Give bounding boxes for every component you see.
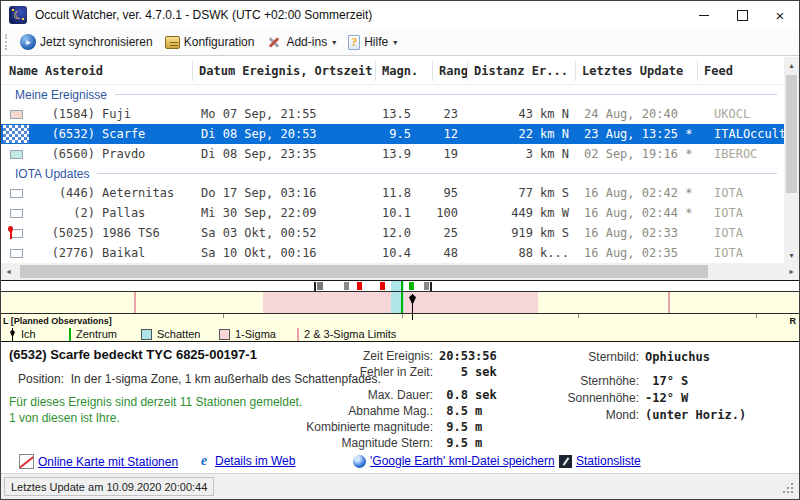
axis-label-left: L [Planned Observations] bbox=[3, 316, 112, 326]
cell-magnitude: 11.8 bbox=[376, 186, 433, 200]
group-label: Meine Ereignisse bbox=[15, 88, 107, 102]
cell-last-update: 16 Aug, 02:35 bbox=[576, 246, 698, 260]
scroll-left-arrow-icon[interactable] bbox=[1, 263, 16, 280]
link-stationsliste[interactable]: Stationsliste bbox=[559, 454, 641, 468]
row-marker-cell bbox=[1, 243, 31, 263]
column-header-magnitude[interactable]: Magn. bbox=[376, 61, 433, 81]
window-title: Occult Watcher, ver. 4.7.0.1 - DSWK (UTC… bbox=[35, 8, 372, 22]
scroll-up-arrow-icon[interactable] bbox=[784, 57, 799, 73]
asteroid-number: (1584) bbox=[31, 107, 95, 121]
group-header-iota-updates[interactable]: IOTA Updates bbox=[1, 164, 785, 183]
row-checkbox[interactable] bbox=[10, 209, 23, 218]
column-header-feed[interactable]: Feed bbox=[698, 61, 785, 81]
resize-grip[interactable] bbox=[783, 483, 795, 495]
cell-distance: 43 km N bbox=[468, 107, 576, 121]
cell-last-update: 02 Sep, 19:16 * bbox=[576, 147, 698, 161]
cell-feed: IOTA bbox=[698, 226, 785, 240]
column-header-rank[interactable]: Rang bbox=[433, 61, 468, 81]
detail-label: Abnahme Mag.: bbox=[251, 404, 433, 418]
link-details-im-web[interactable]: Details im Web bbox=[197, 454, 295, 468]
addins-icon bbox=[266, 34, 282, 50]
toolbar-button-jetzt-synchronisieren[interactable]: Jetzt synchronisieren bbox=[14, 31, 159, 53]
link-google-earth-kml-datei-speichern[interactable]: 'Google Earth' kml-Datei speichern bbox=[353, 454, 555, 468]
station-marker bbox=[344, 282, 349, 290]
cell-magnitude: 13.5 bbox=[376, 107, 433, 121]
config-icon bbox=[165, 36, 180, 49]
event-row-1986-ts6[interactable]: (5025)1986 TS6Sa 03 Okt, 00:5212.025919 … bbox=[1, 223, 785, 243]
detail-value: Ophiuchus bbox=[645, 350, 710, 364]
row-marker-cell bbox=[1, 183, 31, 203]
sync-icon bbox=[20, 34, 36, 50]
pin-swatch-icon bbox=[9, 328, 16, 341]
maximize-button[interactable] bbox=[723, 1, 761, 29]
cell-name: (1584)Fuji bbox=[31, 107, 193, 121]
toolbar-button-hilfe[interactable]: Hilfe▾ bbox=[342, 32, 403, 53]
scroll-right-arrow-icon[interactable] bbox=[784, 263, 799, 280]
link-online-karte-mit-stationen[interactable]: Online Karte mit Stationen bbox=[19, 454, 178, 469]
window-controls bbox=[685, 1, 799, 29]
toolbar-grip[interactable] bbox=[5, 34, 9, 50]
event-row-aeternitas[interactable]: (446)AeternitasDo 17 Sep, 03:1611.89577 … bbox=[1, 183, 785, 203]
toolbar-items: Jetzt synchronisierenKonfigurationAdd-in… bbox=[14, 31, 403, 53]
vertical-scroll-thumb[interactable] bbox=[786, 75, 797, 193]
minimize-button[interactable] bbox=[685, 1, 723, 29]
cell-feed: IOTA bbox=[698, 246, 785, 260]
toolbar-button-add-ins[interactable]: Add-ins▾ bbox=[260, 31, 342, 53]
link-label: Details im Web bbox=[215, 454, 295, 468]
event-row-baikal[interactable]: (2776)BaikalSa 10 Okt, 00:1610.44888 k..… bbox=[1, 243, 785, 263]
sky-section: Sternhöhe: 17° SSonnenhöhe:-12° WMond:(u… bbox=[529, 372, 793, 423]
asteroid-number: (2776) bbox=[31, 246, 95, 260]
detail-magnitude-stern: Magnitude Stern: 9.5 m bbox=[251, 435, 523, 451]
detail-value: 5 sek bbox=[439, 365, 497, 379]
legend-item-schatten: Schatten bbox=[141, 326, 200, 342]
row-checkbox[interactable] bbox=[10, 110, 23, 119]
scroll-down-arrow-icon[interactable] bbox=[784, 247, 799, 263]
close-button[interactable] bbox=[761, 1, 799, 29]
cell-name: (5025)1986 TS6 bbox=[31, 226, 193, 240]
event-list: Meine Ereignisse(1584)FujiMo 07 Sep, 21:… bbox=[1, 85, 785, 263]
toolbar-button-konfiguration[interactable]: Konfiguration bbox=[159, 32, 261, 52]
cell-feed: IBEROC bbox=[698, 147, 785, 161]
detail-label: Magnitude Stern: bbox=[251, 436, 433, 450]
row-checkbox[interactable] bbox=[10, 189, 23, 198]
occult-watcher-window: Occult Watcher, ver. 4.7.0.1 - DSWK (UTC… bbox=[0, 0, 800, 500]
cell-last-update: 16 Aug, 02:44 * bbox=[576, 206, 698, 220]
cell-name: (2776)Baikal bbox=[31, 246, 193, 260]
group-header-meine-ereignisse[interactable]: Meine Ereignisse bbox=[1, 85, 785, 104]
asteroid-name: Fuji bbox=[102, 107, 131, 121]
detail-sternh-he: Sternhöhe: 17° S bbox=[529, 372, 793, 389]
asteroid-name: Baikal bbox=[102, 246, 145, 260]
column-header-name[interactable]: Name Asteroid bbox=[1, 61, 193, 81]
event-details-panel: (6532) Scarfe bedeckt TYC 6825-00197-1 P… bbox=[1, 342, 799, 453]
cell-rank: 25 bbox=[433, 226, 468, 240]
cell-name: (6560)Pravdo bbox=[31, 147, 193, 161]
vertical-scrollbar[interactable] bbox=[784, 57, 799, 263]
row-marker-cell bbox=[1, 203, 31, 223]
legend-label: Ich bbox=[21, 328, 36, 340]
cell-date: Di 08 Sep, 20:53 bbox=[193, 127, 376, 141]
event-row-pravdo[interactable]: (6560)PravdoDi 08 Sep, 23:3513.9193 km N… bbox=[1, 144, 785, 164]
cell-date: Sa 03 Okt, 00:52 bbox=[193, 226, 376, 240]
timing-section: Zeit Ereignis:20:53:56Fehler in Zeit: 5 … bbox=[251, 348, 523, 380]
column-header-date[interactable]: Datum Ereignis, Ortszeit bbox=[193, 61, 376, 81]
timing-details: Zeit Ereignis:20:53:56Fehler in Zeit: 5 … bbox=[251, 348, 523, 458]
event-row-fuji[interactable]: (1584)FujiMo 07 Sep, 21:5513.52343 km N2… bbox=[1, 104, 785, 124]
cell-date: Do 17 Sep, 03:16 bbox=[193, 186, 376, 200]
detail-abnahme-mag: Abnahme Mag.: 8.5 m bbox=[251, 403, 523, 419]
cell-magnitude: 10.4 bbox=[376, 246, 433, 260]
station-marker bbox=[430, 282, 432, 291]
event-row-pallas[interactable]: (2)PallasMi 30 Sep, 22:0910.1100449 km W… bbox=[1, 203, 785, 223]
detail-value: -12° W bbox=[645, 391, 688, 405]
row-checkbox[interactable] bbox=[10, 249, 23, 258]
cell-name: (2)Pallas bbox=[31, 206, 193, 220]
detail-mond: Mond:(unter Horiz.) bbox=[529, 406, 793, 423]
row-marker-cell bbox=[1, 124, 31, 144]
asteroid-name: Pallas bbox=[102, 206, 145, 220]
earth-icon bbox=[353, 455, 366, 468]
column-header-distance[interactable]: Distanz Er... bbox=[468, 61, 576, 81]
column-header-update[interactable]: Letztes Update bbox=[576, 61, 698, 81]
row-checkbox[interactable] bbox=[10, 150, 23, 159]
event-row-scarfe[interactable]: (6532)ScarfeDi 08 Sep, 20:539.51222 km N… bbox=[1, 124, 785, 144]
horizontal-scroll-thumb[interactable] bbox=[20, 265, 708, 278]
horizontal-scrollbar[interactable] bbox=[1, 263, 799, 280]
